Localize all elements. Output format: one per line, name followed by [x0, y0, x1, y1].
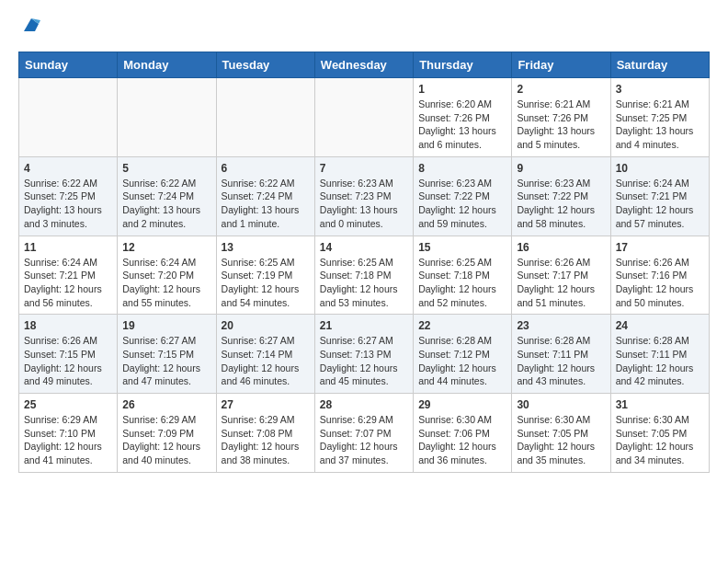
calendar-cell: 6Sunrise: 6:22 AM Sunset: 7:24 PM Daylig…	[216, 156, 314, 236]
day-info: Sunrise: 6:22 AM Sunset: 7:25 PM Dayligh…	[24, 177, 112, 231]
day-info: Sunrise: 6:25 AM Sunset: 7:18 PM Dayligh…	[418, 256, 506, 310]
day-info: Sunrise: 6:21 AM Sunset: 7:25 PM Dayligh…	[616, 98, 704, 152]
calendar-cell: 25Sunrise: 6:29 AM Sunset: 7:10 PM Dayli…	[19, 394, 118, 473]
day-info: Sunrise: 6:23 AM Sunset: 7:22 PM Dayligh…	[517, 177, 605, 231]
day-info: Sunrise: 6:29 AM Sunset: 7:10 PM Dayligh…	[24, 413, 112, 467]
day-info: Sunrise: 6:30 AM Sunset: 7:06 PM Dayligh…	[418, 413, 506, 467]
day-info: Sunrise: 6:24 AM Sunset: 7:21 PM Dayligh…	[616, 177, 704, 231]
day-info: Sunrise: 6:28 AM Sunset: 7:11 PM Dayligh…	[616, 334, 704, 388]
calendar-cell: 11Sunrise: 6:24 AM Sunset: 7:21 PM Dayli…	[19, 236, 118, 315]
day-info: Sunrise: 6:24 AM Sunset: 7:21 PM Dayligh…	[24, 256, 112, 310]
day-info: Sunrise: 6:28 AM Sunset: 7:12 PM Dayligh…	[418, 334, 506, 388]
day-info: Sunrise: 6:22 AM Sunset: 7:24 PM Dayligh…	[122, 177, 210, 231]
day-info: Sunrise: 6:27 AM Sunset: 7:13 PM Dayligh…	[320, 334, 408, 388]
day-number: 2	[517, 83, 605, 96]
day-info: Sunrise: 6:27 AM Sunset: 7:14 PM Dayligh…	[222, 334, 310, 388]
page-header	[18, 18, 710, 37]
calendar-cell: 4Sunrise: 6:22 AM Sunset: 7:25 PM Daylig…	[19, 156, 118, 236]
day-number: 27	[222, 398, 310, 411]
day-number: 10	[616, 162, 704, 175]
day-number: 16	[517, 241, 605, 254]
day-info: Sunrise: 6:25 AM Sunset: 7:19 PM Dayligh…	[222, 256, 310, 310]
calendar-cell: 19Sunrise: 6:27 AM Sunset: 7:15 PM Dayli…	[118, 315, 216, 394]
day-number: 6	[222, 162, 310, 175]
day-info: Sunrise: 6:27 AM Sunset: 7:15 PM Dayligh…	[122, 334, 210, 388]
day-info: Sunrise: 6:25 AM Sunset: 7:18 PM Dayligh…	[320, 256, 408, 310]
calendar-cell: 22Sunrise: 6:28 AM Sunset: 7:12 PM Dayli…	[414, 315, 512, 394]
calendar-cell	[118, 78, 216, 157]
day-info: Sunrise: 6:30 AM Sunset: 7:05 PM Dayligh…	[616, 413, 704, 467]
calendar-cell	[216, 78, 314, 157]
calendar-cell: 29Sunrise: 6:30 AM Sunset: 7:06 PM Dayli…	[414, 394, 512, 473]
calendar-cell: 10Sunrise: 6:24 AM Sunset: 7:21 PM Dayli…	[610, 156, 709, 236]
day-number: 19	[122, 319, 210, 332]
day-number: 22	[418, 319, 506, 332]
calendar-header-friday: Friday	[512, 52, 610, 78]
calendar-header-row: SundayMondayTuesdayWednesdayThursdayFrid…	[19, 52, 710, 78]
calendar-week-row: 25Sunrise: 6:29 AM Sunset: 7:10 PM Dayli…	[19, 394, 710, 473]
day-number: 4	[24, 162, 112, 175]
day-number: 8	[418, 162, 506, 175]
calendar-cell: 26Sunrise: 6:29 AM Sunset: 7:09 PM Dayli…	[118, 394, 216, 473]
calendar-cell: 31Sunrise: 6:30 AM Sunset: 7:05 PM Dayli…	[610, 394, 709, 473]
day-number: 25	[24, 398, 112, 411]
calendar-cell: 24Sunrise: 6:28 AM Sunset: 7:11 PM Dayli…	[610, 315, 709, 394]
day-number: 11	[24, 241, 112, 254]
day-number: 30	[517, 398, 605, 411]
day-number: 5	[122, 162, 210, 175]
calendar-week-row: 18Sunrise: 6:26 AM Sunset: 7:15 PM Dayli…	[19, 315, 710, 394]
calendar-week-row: 4Sunrise: 6:22 AM Sunset: 7:25 PM Daylig…	[19, 156, 710, 236]
day-info: Sunrise: 6:26 AM Sunset: 7:16 PM Dayligh…	[616, 256, 704, 310]
calendar-cell: 13Sunrise: 6:25 AM Sunset: 7:19 PM Dayli…	[216, 236, 314, 315]
calendar-cell: 12Sunrise: 6:24 AM Sunset: 7:20 PM Dayli…	[118, 236, 216, 315]
calendar-header-wednesday: Wednesday	[314, 52, 413, 78]
logo	[18, 18, 42, 37]
calendar-cell: 18Sunrise: 6:26 AM Sunset: 7:15 PM Dayli…	[19, 315, 118, 394]
calendar-cell: 7Sunrise: 6:23 AM Sunset: 7:23 PM Daylig…	[314, 156, 413, 236]
calendar-header-sunday: Sunday	[19, 52, 118, 78]
day-info: Sunrise: 6:29 AM Sunset: 7:07 PM Dayligh…	[320, 413, 408, 467]
calendar-cell: 17Sunrise: 6:26 AM Sunset: 7:16 PM Dayli…	[610, 236, 709, 315]
day-info: Sunrise: 6:29 AM Sunset: 7:08 PM Dayligh…	[222, 413, 310, 467]
calendar-week-row: 11Sunrise: 6:24 AM Sunset: 7:21 PM Dayli…	[19, 236, 710, 315]
day-number: 28	[320, 398, 408, 411]
day-number: 14	[320, 241, 408, 254]
day-info: Sunrise: 6:26 AM Sunset: 7:15 PM Dayligh…	[24, 334, 112, 388]
calendar-header-monday: Monday	[118, 52, 216, 78]
day-info: Sunrise: 6:24 AM Sunset: 7:20 PM Dayligh…	[122, 256, 210, 310]
day-number: 26	[122, 398, 210, 411]
day-info: Sunrise: 6:23 AM Sunset: 7:23 PM Dayligh…	[320, 177, 408, 231]
day-number: 20	[222, 319, 310, 332]
day-info: Sunrise: 6:29 AM Sunset: 7:09 PM Dayligh…	[122, 413, 210, 467]
calendar-cell	[314, 78, 413, 157]
day-number: 31	[616, 398, 704, 411]
calendar-cell: 30Sunrise: 6:30 AM Sunset: 7:05 PM Dayli…	[512, 394, 610, 473]
day-info: Sunrise: 6:20 AM Sunset: 7:26 PM Dayligh…	[418, 98, 506, 152]
day-number: 17	[616, 241, 704, 254]
day-number: 3	[616, 83, 704, 96]
calendar-cell: 16Sunrise: 6:26 AM Sunset: 7:17 PM Dayli…	[512, 236, 610, 315]
calendar-cell: 27Sunrise: 6:29 AM Sunset: 7:08 PM Dayli…	[216, 394, 314, 473]
day-number: 24	[616, 319, 704, 332]
calendar-cell: 2Sunrise: 6:21 AM Sunset: 7:26 PM Daylig…	[512, 78, 610, 157]
day-info: Sunrise: 6:26 AM Sunset: 7:17 PM Dayligh…	[517, 256, 605, 310]
calendar-header-saturday: Saturday	[610, 52, 709, 78]
day-info: Sunrise: 6:30 AM Sunset: 7:05 PM Dayligh…	[517, 413, 605, 467]
calendar-header-tuesday: Tuesday	[216, 52, 314, 78]
day-number: 7	[320, 162, 408, 175]
calendar-cell: 5Sunrise: 6:22 AM Sunset: 7:24 PM Daylig…	[118, 156, 216, 236]
calendar-cell: 23Sunrise: 6:28 AM Sunset: 7:11 PM Dayli…	[512, 315, 610, 394]
day-info: Sunrise: 6:21 AM Sunset: 7:26 PM Dayligh…	[517, 98, 605, 152]
calendar-cell: 3Sunrise: 6:21 AM Sunset: 7:25 PM Daylig…	[610, 78, 709, 157]
day-number: 21	[320, 319, 408, 332]
day-info: Sunrise: 6:28 AM Sunset: 7:11 PM Dayligh…	[517, 334, 605, 388]
calendar-cell: 9Sunrise: 6:23 AM Sunset: 7:22 PM Daylig…	[512, 156, 610, 236]
day-number: 23	[517, 319, 605, 332]
calendar-cell: 1Sunrise: 6:20 AM Sunset: 7:26 PM Daylig…	[414, 78, 512, 157]
logo-icon	[20, 15, 42, 37]
calendar-cell: 15Sunrise: 6:25 AM Sunset: 7:18 PM Dayli…	[414, 236, 512, 315]
calendar-table: SundayMondayTuesdayWednesdayThursdayFrid…	[18, 52, 710, 473]
day-info: Sunrise: 6:22 AM Sunset: 7:24 PM Dayligh…	[222, 177, 310, 231]
day-number: 29	[418, 398, 506, 411]
calendar-header-thursday: Thursday	[414, 52, 512, 78]
